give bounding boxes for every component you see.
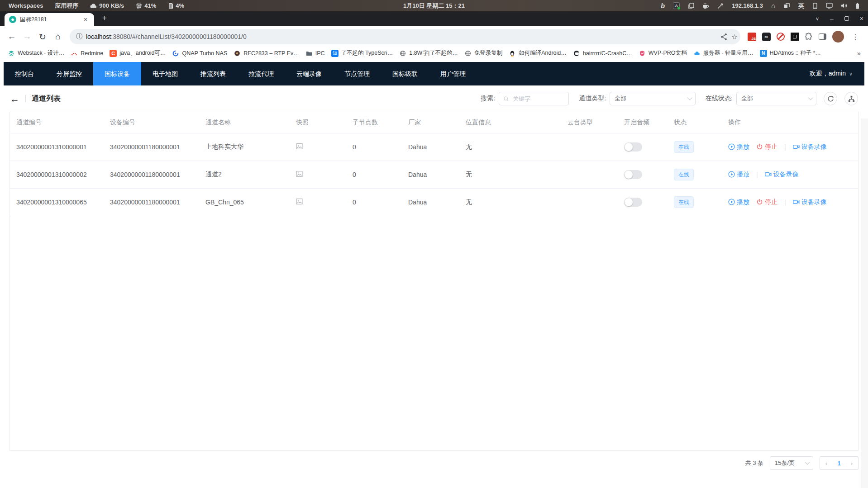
nav-item-gb-devices[interactable]: 国标设备 (93, 62, 141, 85)
nav-item-split-screen[interactable]: 分屏监控 (45, 62, 93, 85)
nav-item-user-manage[interactable]: 用户管理 (429, 62, 477, 85)
volume-tray-icon[interactable] (837, 0, 851, 11)
display-tray-icon[interactable] (822, 0, 837, 11)
bookmark-wvp-docs[interactable]: WVP-PRO文档 (635, 48, 690, 58)
input-method-indicator[interactable]: 英 (794, 0, 808, 11)
col-audio: 开启音频 (620, 112, 669, 133)
chevron-down-icon (805, 460, 810, 464)
dark-square-extension-icon[interactable] (791, 33, 799, 41)
device-record-button[interactable]: 设备录像 (765, 171, 799, 179)
json-viewer-extension-icon[interactable]: JS (748, 33, 756, 41)
ip-address-indicator[interactable]: 192.168.1.3 (728, 0, 767, 11)
browser-menu-icon[interactable]: ⋮ (850, 33, 861, 41)
bookmark-qnap[interactable]: QNAP Turbo NAS (169, 49, 230, 58)
system-clock[interactable]: 1月10日 星期二 15：21 (403, 2, 465, 10)
tab-close-icon[interactable]: × (81, 15, 90, 24)
bookmark-github[interactable]: hairrrrr/C-CrashC… (570, 49, 635, 58)
net-speed-indicator[interactable]: 900 KB/s (86, 0, 128, 11)
new-tab-button[interactable]: + (99, 12, 110, 24)
next-page-button[interactable]: › (845, 460, 858, 467)
address-bar[interactable]: ⓘ localhost:38080/#/channelList/34020000… (70, 29, 740, 44)
snapshot-icon[interactable] (296, 198, 303, 205)
audio-toggle[interactable] (624, 142, 642, 152)
refresh-button[interactable] (824, 92, 837, 105)
back-button[interactable]: ← (5, 29, 19, 44)
page-size-select[interactable]: 15条/页 (770, 456, 813, 470)
current-page[interactable]: 1 (833, 460, 845, 467)
reload-button[interactable]: ↻ (35, 29, 50, 44)
goggles-extension-icon[interactable]: ∞ (762, 33, 771, 41)
memory-usage-indicator[interactable]: 4% (164, 0, 188, 11)
browser-tab[interactable]: ◆ 国标28181 × (5, 13, 94, 26)
applications-menu[interactable]: 应用程序 (51, 0, 82, 11)
workspaces-button[interactable]: Workspaces (5, 0, 47, 11)
screenshot-app-tray-icon[interactable]: A (669, 0, 684, 11)
coffee-tray-icon[interactable] (698, 0, 713, 11)
nav-item-node-manage[interactable]: 节点管理 (333, 62, 381, 85)
ptz-type-cell (563, 161, 620, 188)
nav-item-console[interactable]: 控制台 (4, 62, 45, 85)
bookmark-android-build[interactable]: 如何编译Android… (506, 48, 570, 58)
bookmark-redmine[interactable]: Redmine (67, 49, 106, 58)
browser-home-button[interactable]: ⌂ (51, 29, 65, 44)
home-tray-icon[interactable]: ⌂ (767, 0, 779, 11)
tab-search-icon[interactable]: ∨ (816, 16, 819, 22)
workspace-switcher-icon[interactable] (779, 0, 794, 11)
snapshot-icon[interactable] (296, 143, 303, 150)
bookmark-star-icon[interactable]: ☆ (731, 33, 738, 41)
adblocker-extension-icon[interactable] (777, 33, 785, 41)
clipboard-tray-icon[interactable] (684, 0, 698, 11)
device-record-button[interactable]: 设备录像 (793, 198, 827, 206)
share-icon[interactable] (720, 33, 728, 41)
copy-icon (688, 3, 694, 9)
side-panel-icon[interactable] (819, 33, 826, 40)
forward-button[interactable]: → (20, 29, 34, 44)
bookmark-copy-free[interactable]: 免登录复制 (461, 48, 506, 58)
nav-item-e-map[interactable]: 电子地图 (141, 62, 189, 85)
bookmarks-overflow-icon[interactable]: » (854, 49, 863, 57)
bookmark-webstack[interactable]: Webstack - 设计… (5, 48, 67, 58)
nav-item-push-stream-list[interactable]: 推流列表 (189, 62, 237, 85)
back-arrow-button[interactable]: ← (10, 94, 19, 104)
audio-toggle[interactable] (624, 170, 642, 179)
bookmark-hdatmos[interactable]: N HDAtmos :: 种子 *… (757, 48, 824, 58)
device-record-button[interactable]: 设备录像 (793, 143, 827, 151)
prev-page-button[interactable]: ‹ (820, 460, 833, 467)
nav-item-gb-cascade[interactable]: 国标级联 (381, 62, 429, 85)
snapshot-icon[interactable] (296, 171, 303, 177)
bookmark-zhihu-typescript[interactable]: 知 了不起的 TypeScri… (328, 48, 396, 58)
play-button[interactable]: 播放 (728, 143, 749, 151)
window-minimize-button[interactable]: – (830, 15, 834, 22)
user-welcome-menu[interactable]: 欢迎，admin ∨ (810, 70, 864, 78)
play-button[interactable]: 播放 (728, 198, 749, 206)
window-close-button[interactable]: × (860, 15, 863, 22)
cpu-usage-indicator[interactable]: 41% (132, 0, 160, 11)
profile-avatar[interactable] (832, 31, 844, 43)
vendor-cell: Dahua (404, 188, 461, 216)
phone-link-tray-icon[interactable] (808, 0, 822, 11)
bookmark-article[interactable]: 1.8W字|了不起的… (396, 48, 461, 58)
nav-item-pull-stream-proxy[interactable]: 拉流代理 (237, 62, 285, 85)
bookmark-folder-ipc[interactable]: IPC (302, 49, 328, 58)
extensions-puzzle-icon[interactable] (805, 33, 813, 41)
bing-tray-icon[interactable]: b (657, 0, 669, 11)
device-tree-button[interactable] (844, 92, 858, 105)
site-info-icon[interactable]: ⓘ (76, 33, 82, 41)
window-maximize-button[interactable] (844, 16, 849, 21)
channel-type-label: 通道类型: (579, 95, 606, 103)
play-button[interactable]: 播放 (728, 171, 749, 179)
stop-button[interactable]: 停止 (756, 198, 777, 206)
audio-toggle[interactable] (624, 198, 642, 207)
search-input[interactable] (512, 95, 564, 103)
bookmark-rfc2833[interactable]: RFC2833 – RTP Ev… (230, 49, 302, 58)
channel-type-select[interactable]: 全部 (610, 92, 696, 105)
battery-tray-icon[interactable] (851, 0, 863, 11)
bookmark-cloud-server[interactable]: 服务器 - 轻量应用… (690, 48, 757, 58)
nav-item-cloud-record[interactable]: 云端录像 (285, 62, 333, 85)
bookmark-csdn[interactable]: C java、android可… (106, 48, 169, 58)
online-status-select[interactable]: 全部 (736, 92, 816, 105)
stop-button[interactable]: 停止 (756, 143, 777, 151)
color-picker-tray-icon[interactable] (713, 0, 728, 11)
col-channel-id: 通道编号 (10, 112, 105, 133)
search-input-box[interactable] (499, 92, 569, 105)
